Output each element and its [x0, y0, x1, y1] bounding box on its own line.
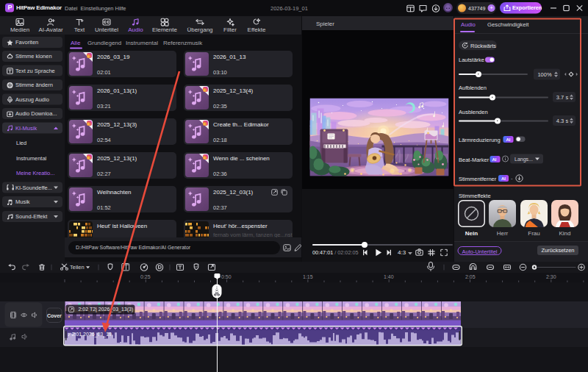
svg-text:Teilen: Teilen — [70, 264, 85, 271]
